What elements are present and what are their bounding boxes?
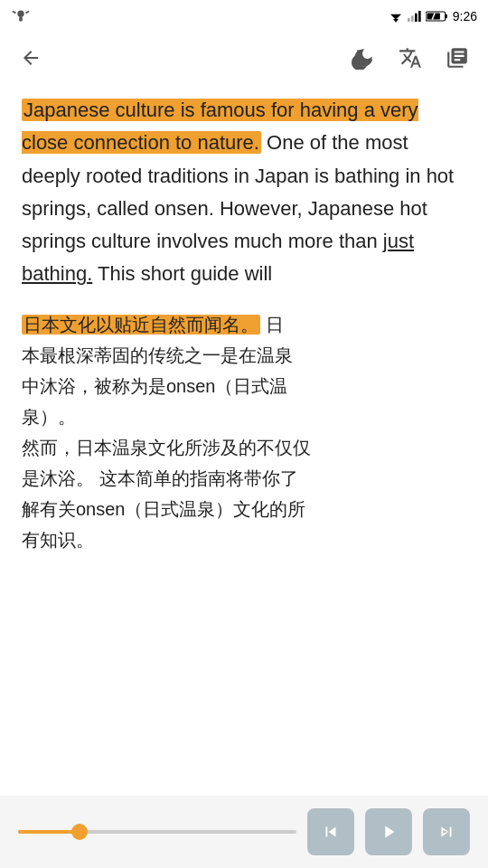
- slider-thumb[interactable]: [71, 824, 88, 840]
- svg-point-0: [17, 11, 23, 17]
- top-bar-right: [347, 42, 474, 74]
- svg-line-2: [13, 12, 16, 14]
- chinese-text-2: 中沐浴，被称为是onsen（日式温: [22, 376, 288, 396]
- svg-rect-9: [418, 11, 421, 22]
- svg-rect-11: [445, 14, 446, 18]
- battery-icon: [426, 10, 449, 23]
- status-right: 9:26: [388, 9, 477, 24]
- chinese-text-5: 是沐浴。 这本简单的指南将带你了: [22, 468, 298, 488]
- top-bar: [0, 33, 488, 83]
- svg-rect-1: [19, 17, 23, 22]
- top-bar-left[interactable]: [14, 42, 47, 74]
- svg-rect-7: [411, 15, 414, 22]
- night-mode-button[interactable]: [347, 42, 380, 74]
- english-paragraph: Japanese culture is famous for having a …: [22, 94, 466, 291]
- bug-icon: [11, 6, 31, 26]
- back-button[interactable]: [14, 42, 47, 74]
- time-display: 9:26: [453, 9, 477, 24]
- slider-fill: [18, 830, 80, 834]
- chinese-text-6: 解有关onsen（日式温泉）文化的所: [22, 499, 306, 519]
- chinese-highlight: 日本文化以贴近自然而闻名。: [22, 315, 260, 335]
- content-area: Japanese culture is famous for having a …: [0, 83, 488, 573]
- wifi-icon: [388, 10, 404, 23]
- reader-button[interactable]: [441, 42, 474, 74]
- bottom-bar: [0, 796, 488, 868]
- translation-button[interactable]: [394, 42, 427, 74]
- english-text-2: This short guide will: [92, 262, 272, 285]
- status-left: [11, 6, 31, 26]
- chinese-text-right: 日: [260, 315, 284, 335]
- play-button[interactable]: [365, 808, 412, 855]
- chinese-text-4: 然而，日本温泉文化所涉及的不仅仅: [22, 438, 311, 458]
- svg-rect-8: [415, 14, 418, 22]
- svg-marker-5: [393, 19, 399, 23]
- chinese-text-3: 泉）。: [22, 407, 76, 427]
- signal-icon: [408, 10, 422, 23]
- chinese-text-7: 有知识。: [22, 530, 94, 550]
- svg-rect-6: [408, 18, 410, 22]
- svg-line-3: [26, 12, 30, 14]
- chinese-paragraph: 日本文化以贴近自然而闻名。 日 本最根深蒂固的传统之一是在温泉 中沐浴，被称为是…: [22, 309, 466, 555]
- progress-slider[interactable]: [18, 830, 296, 834]
- next-button[interactable]: [423, 808, 470, 855]
- prev-button[interactable]: [307, 808, 354, 855]
- svg-marker-4: [390, 14, 401, 20]
- status-bar: 9:26: [0, 0, 488, 33]
- chinese-text-1: 本最根深蒂固的传统之一是在温泉: [22, 345, 293, 365]
